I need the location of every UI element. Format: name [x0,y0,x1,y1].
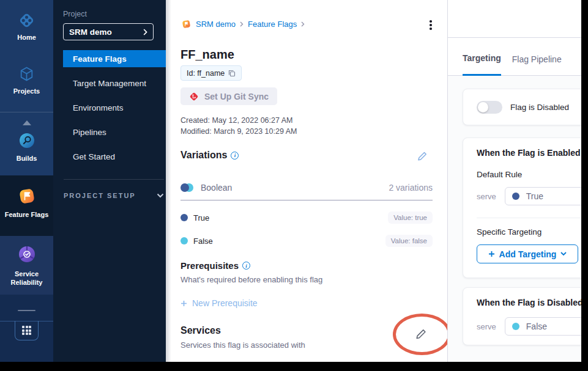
serve-variation-select[interactable]: True [505,187,581,205]
rail-item-home[interactable]: Home [0,12,53,42]
builds-icon [18,131,36,150]
rail-item-service-reliability[interactable]: Service Reliability [0,236,53,295]
project-sidebar: Project SRM demo Feature Flags Target Ma… [53,0,166,362]
variation-row-false: False Value: false [180,235,433,247]
git-icon [189,92,199,101]
flag-options-menu-button[interactable] [425,18,436,32]
variations-section: Variations i Boolean 2 variations [180,150,433,247]
add-targeting-label: Add Targeting [499,249,557,259]
grid-icon [22,326,31,335]
sidebar-item-feature-flags[interactable]: Feature Flags [63,50,166,67]
feature-flags-icon [17,186,37,206]
rail-item-builds[interactable]: Builds [0,131,53,163]
services-section: Services Services this flag is associate… [180,325,305,350]
variation-type-row: Boolean 2 variations [180,183,433,193]
serve-variation-value: False [526,321,547,331]
module-grid-button[interactable] [15,321,39,340]
new-prerequisite-button[interactable]: New Prerequisite [180,298,258,308]
variation-name: False [193,237,213,246]
flag-title: FF_name [180,48,234,62]
project-setup-section[interactable]: PROJECT SETUP [64,192,164,199]
tab-flag-pipeline[interactable]: Flag Pipeline [512,54,562,75]
sidebar-divider [64,179,164,180]
rail-item-projects[interactable]: Projects [0,66,53,95]
rail-item-label: Feature Flags [5,210,49,219]
prerequisites-section: Prerequisites i What's required before e… [180,260,322,284]
sidebar-item-label: Pipelines [73,128,106,137]
info-icon[interactable]: i [231,152,239,160]
enabled-card-title: When the Flag is Enabled [477,148,581,158]
app-window: Home Projects Builds [0,0,581,362]
variations-title: Variations [180,150,227,161]
variation-value-badge: Value: false [385,235,433,247]
plus-icon [180,300,187,307]
chevron-right-icon [301,21,305,27]
rail-item-label: Projects [13,87,40,95]
created-timestamp: Created: May 12, 2022 06:27 AM [180,115,297,126]
rail-item-label: Service Reliability [8,270,46,287]
edit-services-pencil-icon[interactable] [415,328,427,340]
breadcrumb-section-link[interactable]: Feature Flags [248,20,297,29]
variation-color-dot [512,323,519,330]
project-setup-label: PROJECT SETUP [64,192,136,199]
specific-targeting-label: Specific Targeting [477,227,581,237]
service-reliability-icon [16,243,38,265]
sidebar-item-environments[interactable]: Environments [53,99,166,116]
sidebar-item-label: Get Started [73,152,115,161]
services-subtitle: Services this flag is associated with [180,340,305,350]
serve-label: serve [477,322,496,331]
toggle-knob [478,102,488,112]
variation-type-label: Boolean [201,183,232,193]
serve-variation-select[interactable]: False [505,317,581,336]
targeting-panel: Targeting Flag Pipeline Flag is Disabled… [447,0,581,362]
home-icon [18,12,35,29]
new-prerequisite-label: New Prerequisite [192,298,258,308]
rail-divider [0,112,53,112]
targeting-panel-header [448,0,581,38]
variation-row-true: True Value: true [180,211,433,224]
rail-collapse-arrow[interactable] [0,120,53,125]
prerequisites-title: Prerequisites [180,260,239,271]
sidebar-item-label: Target Management [73,79,146,88]
default-rule-serve-row: serve True [477,187,581,205]
copy-icon[interactable] [228,70,236,77]
default-rule-label: Default Rule [477,170,581,179]
sidebar-item-target-management[interactable]: Target Management [53,75,166,92]
chevron-right-icon [240,21,244,27]
sidebar-item-pipelines[interactable]: Pipelines [53,123,166,141]
breadcrumb-project-link[interactable]: SRM demo [196,20,236,29]
variation-color-dot [180,237,188,244]
flag-state-label: Flag is Disabled [510,103,569,112]
rail-item-feature-flags-active[interactable]: Feature Flags [0,175,53,236]
feature-flags-icon [181,19,192,29]
services-title: Services [180,325,221,336]
sidebar-item-label: Environments [73,103,124,112]
flag-id-chip: Id: ff_name [180,65,242,81]
sidebar-item-get-started[interactable]: Get Started [53,148,166,165]
sidebar-item-label: Feature Flags [73,54,127,64]
info-icon[interactable]: i [242,262,250,270]
git-sync-label: Set Up Git Sync [204,92,269,101]
targeting-tabs: Targeting Flag Pipeline [448,38,581,76]
set-up-git-sync-button[interactable]: Set Up Git Sync [180,87,277,105]
project-selector[interactable]: SRM demo [63,23,154,40]
variation-color-dot [180,214,188,221]
flag-state-card: Flag is Disabled [463,89,581,125]
projects-icon [18,66,35,83]
collapse-up-icon [23,120,31,125]
variation-color-dot [512,193,519,200]
chevron-down-icon [560,252,567,256]
rail-item-label: Builds [17,154,37,163]
disabled-card-title: When the Flag is Disabled [477,298,581,307]
modified-timestamp: Modified: March 9, 2023 10:29 AM [180,126,297,137]
tab-targeting[interactable]: Targeting [463,53,501,76]
flag-enabled-toggle[interactable] [477,101,502,114]
variation-value-badge: Value: true [388,211,433,224]
edit-variations-pencil-icon[interactable] [417,151,428,161]
divider [180,200,433,200]
module-rail: Home Projects Builds [0,0,53,362]
boolean-type-icon [180,183,193,192]
chevron-right-icon [143,29,147,35]
flag-meta: Created: May 12, 2022 06:27 AM Modified:… [180,115,297,137]
add-targeting-button[interactable]: Add Targeting [477,244,578,263]
